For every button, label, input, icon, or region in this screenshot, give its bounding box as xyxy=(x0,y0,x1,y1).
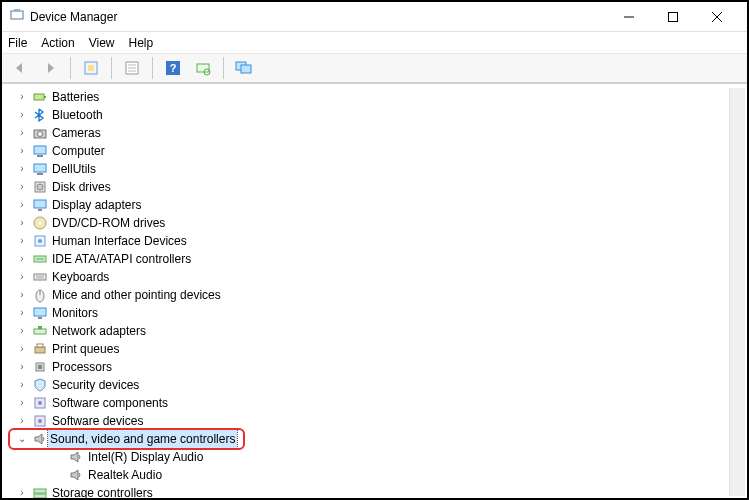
svg-rect-54 xyxy=(34,494,46,498)
svg-rect-23 xyxy=(37,155,43,157)
tree-item[interactable]: ›Mice and other pointing devices xyxy=(16,286,747,304)
close-button[interactable] xyxy=(695,3,739,31)
printer-icon xyxy=(32,341,48,357)
tree-item[interactable]: ›Batteries xyxy=(16,88,747,106)
svg-point-33 xyxy=(38,239,42,243)
svg-rect-17 xyxy=(241,65,251,73)
tree-expander[interactable]: › xyxy=(16,340,28,358)
toolbar-separator xyxy=(70,57,71,79)
svg-rect-3 xyxy=(669,12,678,21)
tree-item[interactable]: ›Security devices xyxy=(16,376,747,394)
tree-item[interactable]: ›Disk drives xyxy=(16,178,747,196)
tree-item-label: DellUtils xyxy=(52,160,96,178)
tree-expander[interactable]: › xyxy=(16,106,28,124)
svg-point-31 xyxy=(39,222,42,225)
battery-icon xyxy=(32,89,48,105)
vertical-scrollbar[interactable] xyxy=(729,88,745,496)
tree-expander[interactable]: › xyxy=(16,304,28,322)
tree-item-label: Software devices xyxy=(52,412,143,430)
help-button[interactable]: ? xyxy=(161,56,185,80)
title-bar: Device Manager xyxy=(2,2,747,32)
tree-item[interactable]: ›Bluetooth xyxy=(16,106,747,124)
maximize-button[interactable] xyxy=(651,3,695,31)
tree-item[interactable]: Intel(R) Display Audio xyxy=(16,448,747,466)
back-button[interactable] xyxy=(8,56,32,80)
svg-rect-46 xyxy=(37,344,43,347)
toolbar-separator xyxy=(223,57,224,79)
toolbar-separator xyxy=(111,57,112,79)
tree-item[interactable]: ›Software devices xyxy=(16,412,747,430)
tree-expander[interactable]: › xyxy=(16,412,28,430)
tree-expander[interactable]: › xyxy=(16,322,28,340)
tree-item[interactable]: ›Keyboards xyxy=(16,268,747,286)
tree-item[interactable]: ›DellUtils xyxy=(16,160,747,178)
tree-item[interactable]: ›Network adapters xyxy=(16,322,747,340)
tree-item[interactable]: ›DVD/CD-ROM drives xyxy=(16,214,747,232)
forward-button[interactable] xyxy=(38,56,62,80)
tree-item-label: DVD/CD-ROM drives xyxy=(52,214,165,232)
svg-rect-0 xyxy=(11,11,23,19)
device-tree[interactable]: ›Batteries›Bluetooth›Cameras›Computer›De… xyxy=(2,84,747,498)
tree-expander[interactable]: › xyxy=(16,196,28,214)
tree-expander[interactable]: › xyxy=(16,376,28,394)
menu-action[interactable]: Action xyxy=(41,36,74,50)
minimize-button[interactable] xyxy=(607,3,651,31)
displays-button[interactable] xyxy=(232,56,256,80)
tree-item[interactable]: Realtek Audio xyxy=(16,466,747,484)
computer-icon xyxy=(32,161,48,177)
tree-item[interactable]: ⌄Sound, video and game controllers xyxy=(16,430,747,448)
tree-expander[interactable]: › xyxy=(16,88,28,106)
svg-rect-24 xyxy=(34,164,46,172)
tree-expander[interactable]: › xyxy=(16,142,28,160)
tree-expander[interactable]: › xyxy=(16,214,28,232)
tree-item-label: IDE ATA/ATAPI controllers xyxy=(52,250,191,268)
menu-view[interactable]: View xyxy=(89,36,115,50)
tree-item[interactable]: ›Computer xyxy=(16,142,747,160)
svg-rect-19 xyxy=(44,96,46,98)
tree-item-label: Intel(R) Display Audio xyxy=(88,448,203,466)
tree-item[interactable]: ›Print queues xyxy=(16,340,747,358)
svg-rect-7 xyxy=(88,65,94,71)
tree-expander[interactable]: ⌄ xyxy=(16,430,28,448)
tree-expander[interactable]: › xyxy=(16,250,28,268)
monitor-icon xyxy=(32,305,48,321)
security-icon xyxy=(32,377,48,393)
tree-item[interactable]: ›Processors xyxy=(16,358,747,376)
tree-item[interactable]: ›Display adapters xyxy=(16,196,747,214)
scan-hardware-button[interactable] xyxy=(191,56,215,80)
tree-expander[interactable]: › xyxy=(16,232,28,250)
tree-expander[interactable]: › xyxy=(16,268,28,286)
tree-expander[interactable]: › xyxy=(16,178,28,196)
svg-text:?: ? xyxy=(170,62,177,74)
tree-item[interactable]: ›Human Interface Devices xyxy=(16,232,747,250)
tree-item[interactable]: ›Storage controllers xyxy=(16,484,747,498)
tree-item-label: Realtek Audio xyxy=(88,466,162,484)
tree-item[interactable]: ›Monitors xyxy=(16,304,747,322)
tree-item-label: Bluetooth xyxy=(52,106,103,124)
tree-expander[interactable]: › xyxy=(16,124,28,142)
show-hidden-button[interactable] xyxy=(79,56,103,80)
tree-item[interactable]: ›Cameras xyxy=(16,124,747,142)
tree-item-label: Disk drives xyxy=(52,178,111,196)
tree-expander[interactable]: › xyxy=(16,160,28,178)
tree-item[interactable]: ›Software components xyxy=(16,394,747,412)
tree-expander[interactable]: › xyxy=(16,358,28,376)
svg-rect-42 xyxy=(38,317,42,319)
tree-item-label: Processors xyxy=(52,358,112,376)
svg-rect-48 xyxy=(38,365,42,369)
storage-icon xyxy=(32,485,48,498)
properties-button[interactable] xyxy=(120,56,144,80)
tree-expander[interactable]: › xyxy=(16,484,28,498)
svg-point-27 xyxy=(37,184,43,190)
mouse-icon xyxy=(32,287,48,303)
tree-expander[interactable]: › xyxy=(16,286,28,304)
toolbar-separator xyxy=(152,57,153,79)
tree-item[interactable]: ›IDE ATA/ATAPI controllers xyxy=(16,250,747,268)
svg-rect-22 xyxy=(34,146,46,154)
tree-expander[interactable]: › xyxy=(16,394,28,412)
menu-help[interactable]: Help xyxy=(129,36,154,50)
menu-file[interactable]: File xyxy=(8,36,27,50)
tree-item-label: Cameras xyxy=(52,124,101,142)
keyboard-icon xyxy=(32,269,48,285)
svg-rect-18 xyxy=(34,94,44,100)
